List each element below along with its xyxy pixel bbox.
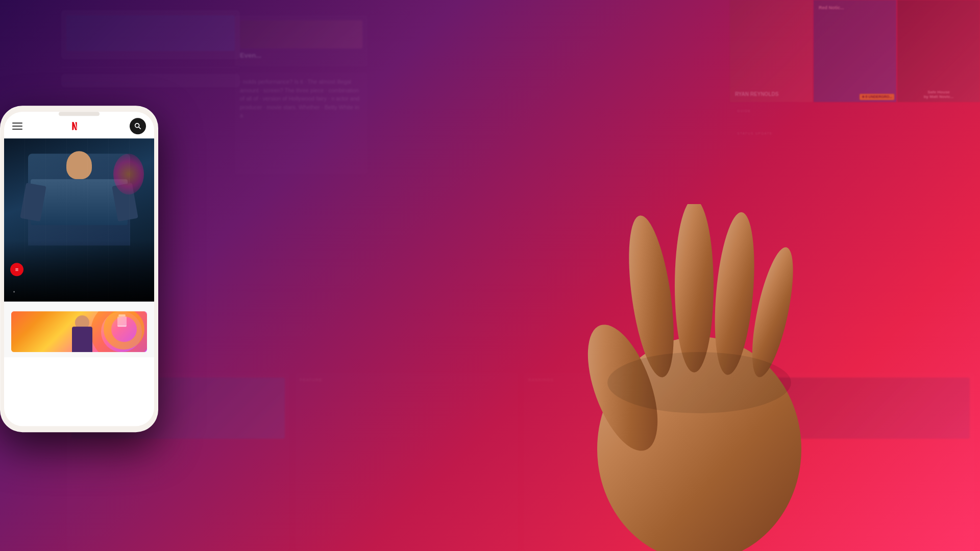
hero-tag-button[interactable]: ≡ <box>10 263 23 276</box>
phone-search-button[interactable] <box>130 118 146 134</box>
svg-point-6 <box>607 352 791 413</box>
phone-notch <box>59 112 100 116</box>
svg-line-8 <box>139 127 141 129</box>
article-meta: • <box>11 289 147 294</box>
phone-hero-image: ≡ • <box>4 138 154 302</box>
phone-frame: ≡ • <box>0 106 158 432</box>
search-icon <box>134 122 142 130</box>
phone-menu-button[interactable] <box>12 122 22 130</box>
hand-shape <box>577 204 822 551</box>
hero-article-overlay: • <box>4 282 154 302</box>
top-stories-section <box>4 302 154 357</box>
phone-screen: ≡ • <box>4 112 154 426</box>
phone-netflix-icon <box>70 122 79 130</box>
spotlight-image <box>11 311 147 352</box>
phone-logo <box>70 122 82 130</box>
svg-point-3 <box>675 204 714 372</box>
